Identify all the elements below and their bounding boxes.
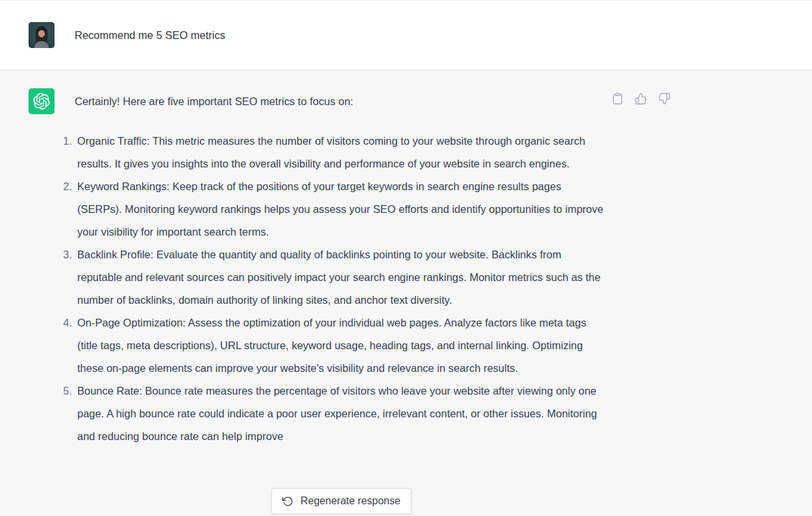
list-item-keyword-rankings: Keyword Rankings: Keep track of the posi… xyxy=(75,175,604,243)
regenerate-response-button[interactable]: Regenerate response xyxy=(271,488,412,514)
assistant-message: Certainly! Here are five important SEO m… xyxy=(75,88,604,516)
message-actions xyxy=(611,92,671,105)
user-avatar xyxy=(29,22,55,48)
refresh-icon xyxy=(282,496,293,507)
list-item-bounce-rate: Bounce Rate: Bounce rate measures the pe… xyxy=(75,380,604,448)
assistant-turn: Certainly! Here are five important SEO m… xyxy=(0,69,812,516)
seo-metrics-list: Organic Traffic: This metric measures th… xyxy=(75,130,604,448)
list-item-backlink-profile: Backlink Profile: Evaluate the quantity … xyxy=(75,243,604,312)
user-turn: Recommend me 5 SEO metrics xyxy=(0,0,812,69)
copy-button[interactable] xyxy=(611,92,624,105)
thumbs-up-icon xyxy=(635,92,647,105)
user-message: Recommend me 5 SEO metrics xyxy=(75,29,225,42)
chatgpt-avatar xyxy=(29,88,55,114)
list-item-organic-traffic: Organic Traffic: This metric measures th… xyxy=(75,130,604,175)
regenerate-label: Regenerate response xyxy=(301,495,400,507)
assistant-intro: Certainly! Here are five important SEO m… xyxy=(75,88,604,114)
thumbs-up-button[interactable] xyxy=(635,92,647,105)
openai-logo-icon xyxy=(33,93,50,110)
user-photo xyxy=(29,22,55,48)
thumbs-down-button[interactable] xyxy=(658,92,671,105)
thumbs-down-icon xyxy=(658,92,671,105)
clipboard-icon xyxy=(611,92,624,105)
list-item-on-page-optimization: On-Page Optimization: Assess the optimiz… xyxy=(75,312,604,380)
